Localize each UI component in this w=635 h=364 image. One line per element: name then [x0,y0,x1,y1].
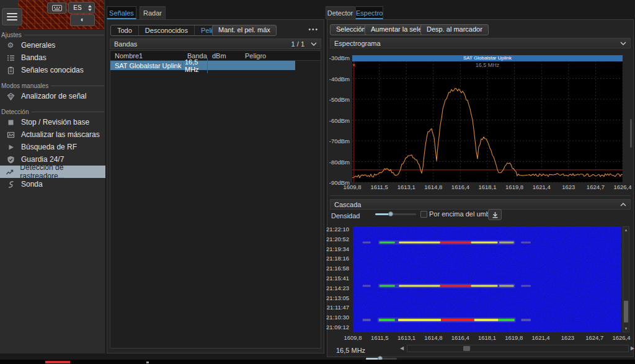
bands-list-icon [0,54,21,62]
spectrum-signal-title: SAT Globalstar Uplink [352,55,623,61]
image-mask-icon [0,131,21,139]
x-tick-label: 1609,8 [344,334,362,341]
time-tick-label: 21:18:16 [326,255,349,262]
chevron-down-icon[interactable] [620,42,626,45]
scroll-up-icon[interactable]: ▲ [623,228,629,233]
frequency-scrollbar-thumb[interactable] [463,346,470,351]
y-tick-label: -60dBm [329,117,350,123]
tab-detector[interactable]: Detector [326,6,355,19]
sidebar-item-senales-conocidas[interactable]: Señales conocidas [0,64,105,76]
sidebar-item-deteccion-rastreadores[interactable]: Detección de rastreadore... [0,166,105,178]
y-tick-label: -50dBm [329,96,350,103]
spectrum-panel: Selección Aumentar la selección Desp. al… [327,19,634,357]
sidebar: ES ◐ Ajustes ⚙ Generales Bandas Señales … [0,0,106,353]
tab-radar[interactable]: Radar [140,6,166,19]
brightness-button[interactable]: ◐ [70,14,95,26]
chevron-down-icon[interactable] [311,42,317,46]
pan-left-icon[interactable]: ◀ [400,345,404,352]
bands-table-header: Nombre1 Banda dBm Peligro [110,51,321,61]
threshold-checkbox-label: Por encima del umbral [429,210,497,218]
frequency-scrollbar[interactable] [407,345,629,352]
panel-resize-handle[interactable] [630,119,632,148]
waterfall-scrollbar[interactable]: ▲ ▼ [623,226,629,332]
spectrum-y-axis-labels: -30dBm-40dBm-50dBm-60dBm-70dBm-80dBm-90d… [327,55,351,182]
language-select[interactable]: ES [68,2,95,14]
time-tick-label: 21:14:23 [326,284,349,291]
spectrum-plot[interactable]: SAT Globalstar Uplink 16,5 MHz × [352,55,623,182]
x-tick-label: 1618,1 [478,334,496,341]
x-tick-label: 1623 [562,184,575,190]
splitter[interactable] [330,195,631,196]
sidebar-item-generales[interactable]: ⚙ Generales [0,39,105,51]
threshold-checkbox[interactable] [420,211,427,218]
waterfall-scrollbar-thumb[interactable] [624,301,628,322]
signals-panel: Todo Desconocidos Peligrosos Mant. el pe… [107,19,324,353]
x-tick-label: 1626,4 [612,334,630,341]
clipboard-icon [0,66,21,74]
language-spinner-icon[interactable] [86,5,94,11]
sidebar-section-deteccion: Detección [0,108,105,116]
scrub-progress [45,361,70,363]
video-scrub-bar[interactable] [0,360,635,364]
more-options-button[interactable]: ••• [308,26,319,33]
y-tick-label: -40dBm [329,75,350,82]
hamburger-menu-button[interactable] [2,8,22,25]
spectrum-signal-bandwidth: 16,5 MHz [352,62,623,68]
bands-table: Nombre1 Banda dBm Peligro SAT Globalstar… [110,50,321,348]
tracker-trend-icon [0,168,20,176]
x-tick-label: 1626,4 [613,184,631,190]
x-tick-label: 1616,4 [451,184,469,190]
waterfall-time-labels: 21:22:1021:20:5221:19:3421:18:1621:16:58… [327,226,352,332]
keyboard-button[interactable] [47,2,66,14]
density-slider[interactable] [375,209,416,219]
filter-desconocidos[interactable]: Desconocidos [139,25,195,35]
signal-band: 16,5 MHz [183,58,208,73]
x-tick-label: 1609,8 [343,184,361,190]
sidebar-section-ajustes: Ajustes [0,31,105,39]
time-tick-label: 21:13:05 [326,294,349,301]
time-tick-label: 21:19:34 [326,245,349,252]
tab-senales[interactable]: Señales [107,6,136,19]
hold-max-danger-button[interactable]: Mant. el pel. máx [212,25,277,36]
stop-icon [0,118,21,127]
x-tick-label: 1614,8 [424,184,442,190]
x-tick-label: 1624,7 [587,184,605,190]
x-tick-label: 1614,8 [424,334,442,341]
x-tick-label: 1624,7 [585,334,603,341]
export-waterfall-button[interactable] [488,209,502,220]
y-tick-label: -30dBm [329,55,350,61]
desp-marcador-button[interactable]: Desp. al marcador [420,24,489,35]
time-tick-label: 21:10:30 [326,314,349,321]
filter-todo[interactable]: Todo [111,25,139,35]
bands-page-indicator: 1 / 1 [291,40,304,48]
probe-icon [0,180,21,189]
cascada-header: Cascada [330,199,631,210]
x-tick-label: 1618,1 [478,184,496,190]
scroll-down-icon[interactable]: ▼ [623,326,629,331]
waterfall-x-axis-labels: 1609,81611,51613,11614,81616,41618,11619… [353,334,621,341]
sidebar-item-bandas[interactable]: Bandas [0,51,105,64]
gem-icon [0,92,21,100]
sidebar-item-actualizar-mascaras[interactable]: Actualizar las máscaras [0,128,105,141]
waterfall-heatmap [353,226,621,332]
pan-right-icon[interactable]: ▶ [631,345,634,352]
tab-espectro[interactable]: Espectro [355,6,383,19]
chevron-up-icon[interactable] [620,203,626,206]
keyboard-icon [52,5,62,11]
bands-header: Bandas 1 / 1 [110,38,321,49]
sidebar-item-analizador[interactable]: Analizador de señal [0,90,105,102]
x-tick-label: 1611,5 [370,184,388,190]
y-tick-label: -80dBm [329,158,350,165]
x-tick-label: 1611,5 [371,334,388,341]
x-tick-label: 1621,4 [533,184,551,190]
time-tick-label: 21:15:41 [326,275,349,282]
x-tick-label: 1619,8 [505,184,523,190]
y-tick-label: -70dBm [329,138,350,144]
time-tick-label: 21:11:47 [327,304,349,311]
waterfall-plot[interactable] [353,226,621,332]
signal-name: SAT Globalstar Uplink [110,62,183,69]
sidebar-item-stop-revision[interactable]: Stop / Revisión base [0,116,105,128]
table-row[interactable]: SAT Globalstar Uplink 16,5 MHz [110,61,295,70]
sidebar-item-busqueda-rf[interactable]: Búsqueda de RF [0,141,105,153]
play-icon [0,143,21,151]
